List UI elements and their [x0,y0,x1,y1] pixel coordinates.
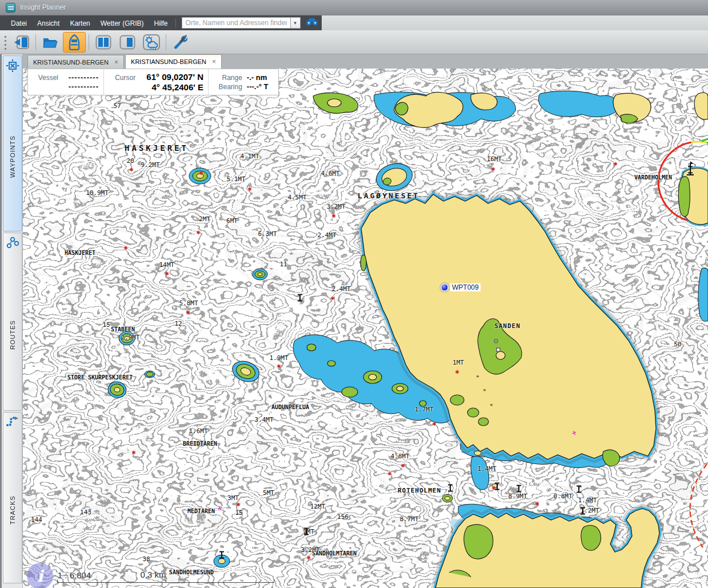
cursor-label: Cursor [109,74,139,82]
document-tabbar: KRISTIANSUND-BERGEN×KRISTIANSUND-BERGEN× [23,54,708,69]
menu-wetter-grib-[interactable]: Wetter (GRIB) [95,17,149,30]
sidebar-tab-label: TRACKS [9,430,16,583]
menu-datei[interactable]: Datei [6,17,32,30]
app-icon [6,3,15,13]
binoculars-icon[interactable] [305,17,319,29]
cursor-lat: 61° 09,0207' N [140,72,203,82]
document-tab-2[interactable]: KRISTIANSUND-BERGEN× [125,54,222,69]
waypoint-icon [6,59,19,74]
sidebar-tab-tracks[interactable]: TRACKS [3,412,22,583]
search-box[interactable]: ▼ [182,17,301,29]
window-title: Insight Planner [20,3,66,11]
tab-close-icon[interactable]: × [114,58,118,66]
routes-icon [6,237,19,251]
toolbar-separator [89,34,89,50]
tools-button[interactable] [169,32,192,53]
sidebar-tab-label: WAYPOINTS [9,74,16,231]
single-view-button[interactable] [116,32,139,53]
chart-map[interactable] [23,69,708,588]
vessel-value-1: ---------- [63,73,99,82]
menu-items: DateiAnsichtKartenWetter (GRIB)Hilfe [6,18,173,28]
nautical-chart [23,69,708,588]
search-input[interactable] [182,17,290,29]
search-dropdown-button[interactable]: ▼ [290,17,301,29]
open-folder-button[interactable] [39,32,62,53]
titlebar: Insight Planner [0,0,708,15]
sidebar: WAYPOINTSROUTESTRACKS [0,54,23,588]
insight-planner-window: Insight Planner DateiAnsichtKartenWetter… [0,0,708,588]
toolbar [0,30,708,54]
bearing-label: Bearing [213,83,246,91]
range-label: Range [213,74,246,82]
menu-separator [175,19,176,27]
document-tab-1[interactable]: KRISTIANSUND-BERGEN× [27,55,124,69]
weather-button[interactable] [140,32,163,53]
tab-close-icon[interactable]: × [212,58,216,66]
menu-hilfe[interactable]: Hilfe [149,17,173,30]
vessel-value-2: ---------- [63,82,99,91]
toolbar-grip[interactable] [2,34,6,51]
bearing-value: ---.-° T [247,82,274,91]
tab-label: KRISTIANSUND-BERGEN [33,59,109,66]
menu-karten[interactable]: Karten [65,17,95,30]
sidebar-tab-routes[interactable]: ROUTES [3,233,22,411]
sidebar-tab-waypoints[interactable]: WAYPOINTS [3,55,22,231]
vessel-button[interactable] [63,32,86,53]
toolbar-separator [166,34,166,50]
menu-ansicht[interactable]: Ansicht [32,17,65,30]
range-value: -.- nm [247,73,274,82]
tab-label: KRISTIANSUND-BERGEN [131,58,206,65]
split-view-button[interactable] [92,32,115,53]
tracks-icon [6,416,19,430]
sidebar-tab-label: ROUTES [9,251,16,410]
status-panel: Vessel ---------- ---------- Cursor 61° … [27,69,279,95]
toolbar-separator [35,34,36,50]
menubar: DateiAnsichtKartenWetter (GRIB)Hilfe ▼ [0,15,708,30]
vessel-label: Vessel [33,74,62,82]
collapse-panel-button[interactable] [10,32,33,53]
cursor-lon: 4° 45,2406' E [140,82,203,92]
